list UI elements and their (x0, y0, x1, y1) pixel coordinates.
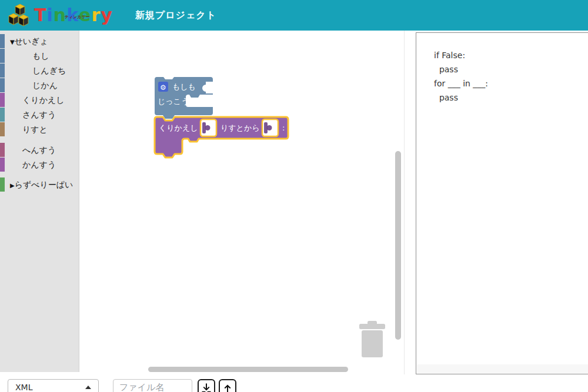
for-block-label-colon: : (282, 123, 285, 132)
code-line: for ___ in ___: (434, 76, 588, 91)
if-block-label-do: じっこう (158, 97, 189, 106)
horizontal-scrollbar[interactable] (148, 367, 348, 372)
app-window: Tinkery ティンカリー 新規プロジェクト ▼ せいぎょ もし しんぎち じ… (0, 0, 588, 392)
download-arrow-icon (201, 382, 212, 392)
select-caret-icon (85, 386, 91, 389)
generated-code-panel: if False: pass for ___ in ___: pass (416, 32, 588, 374)
value-input-socket[interactable] (201, 119, 216, 136)
export-format-value: XML (15, 383, 85, 392)
code-line: pass (434, 91, 588, 105)
upload-button[interactable] (219, 379, 236, 392)
code-line: if False: (434, 48, 588, 62)
for-block-label-fromlist: りすとから (220, 123, 260, 132)
mutator-gear-icon[interactable]: ⚙ (158, 82, 168, 92)
code-text: if False: pass for ___ in ___: pass (416, 33, 588, 105)
code-panel-scroll-track (417, 364, 588, 373)
for-block-label-repeat: くりかえし (159, 123, 198, 132)
code-line: pass (434, 62, 588, 76)
if-block[interactable]: ⚙ もしも じっこう (155, 77, 213, 119)
trash-can-icon[interactable] (356, 319, 391, 363)
filename-input[interactable] (113, 379, 192, 392)
vertical-scrollbar[interactable] (395, 151, 401, 340)
upload-arrow-icon (222, 382, 233, 392)
export-format-select[interactable]: XML (8, 379, 99, 392)
for-each-block[interactable]: くりかえし りすとから : (155, 117, 288, 158)
svg-text:⚙: ⚙ (160, 83, 166, 92)
download-button[interactable] (198, 379, 215, 392)
workspace-edge-divider (404, 31, 405, 374)
value-input-socket[interactable] (262, 119, 278, 136)
if-block-label-if: もしも (172, 82, 196, 91)
